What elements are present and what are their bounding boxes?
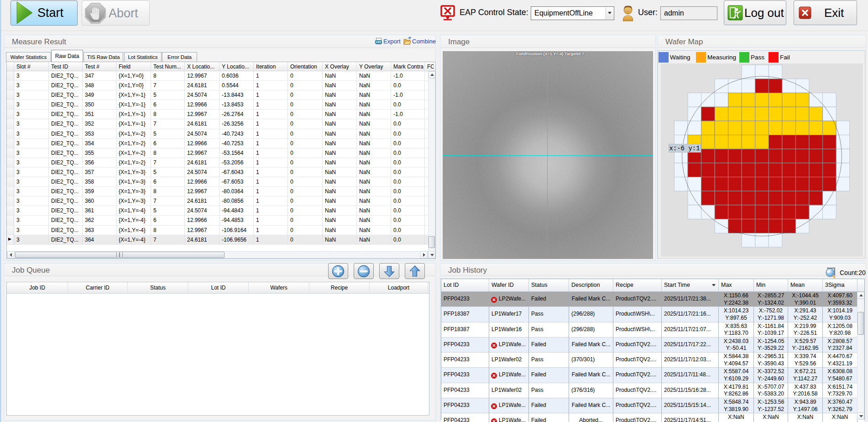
svg-text:CSV: CSV	[376, 41, 381, 43]
